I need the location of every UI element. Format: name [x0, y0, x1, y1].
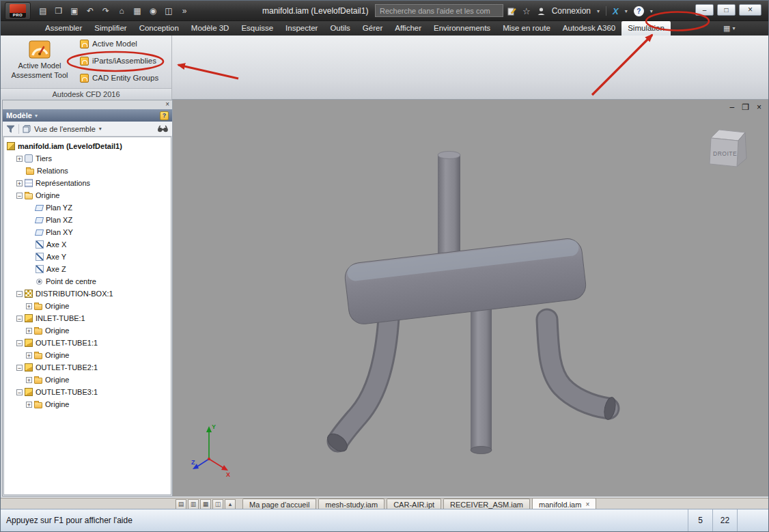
- browser-close-icon[interactable]: ×: [165, 100, 169, 109]
- collapse-icon[interactable]: −: [16, 316, 23, 322]
- close-button[interactable]: ×: [739, 4, 761, 16]
- arrange-tile-icon[interactable]: ▤: [176, 499, 186, 509]
- tree-item-origine[interactable]: +Origine: [4, 300, 171, 312]
- tree-item-origine[interactable]: +Origine: [4, 398, 171, 410]
- collapse-icon[interactable]: −: [16, 365, 23, 371]
- arrange-grid-icon[interactable]: ▦: [200, 499, 211, 509]
- tree-item-relations[interactable]: Relations: [4, 165, 171, 177]
- tree-item-axe-z[interactable]: Axe Z: [4, 263, 171, 275]
- expand-icon[interactable]: +: [16, 180, 23, 186]
- ribbon-display-options[interactable]: ▦ ▾: [723, 21, 735, 36]
- doc-restore-icon[interactable]: ❐: [742, 102, 749, 112]
- cfd-panel-title[interactable]: Autodesk CFD 2016: [1, 88, 171, 100]
- ribbon-button-cad-entity-groups[interactable]: CAD Entity Groups: [80, 72, 170, 83]
- tree-item-plan-yz[interactable]: Plan YZ: [4, 201, 171, 214]
- view-cube[interactable]: DROITE: [710, 130, 746, 167]
- inventor-app-button[interactable]: PRO: [5, 2, 31, 20]
- search-binoculars-icon[interactable]: [157, 125, 169, 132]
- new-file-icon[interactable]: ▤: [36, 1, 50, 21]
- 3d-viewport[interactable]: – ❐ ×: [173, 100, 768, 496]
- 3d-model-canvas[interactable]: DROITE Y X Z: [173, 100, 768, 496]
- tree-item-outlet-tube2-1[interactable]: −OUTLET-TUBE2:1: [4, 361, 171, 374]
- ribbon-button-iparts-iassemblies[interactable]: iParts/iAssemblies: [80, 55, 170, 66]
- view-selector-caret-icon[interactable]: ▾: [99, 126, 102, 132]
- qat-overflow-icon[interactable]: »: [178, 1, 191, 21]
- active-model-assessment-tool-button[interactable]: Active Model Assessment Tool: [3, 38, 76, 87]
- ribbon-tab-mod-le-3d[interactable]: Modèle 3D: [185, 21, 236, 36]
- arrange-columns-icon[interactable]: ▥: [188, 499, 199, 509]
- expand-icon[interactable]: +: [26, 352, 32, 359]
- outlet-tube-center[interactable]: [471, 305, 492, 451]
- ribbon-tab-assembler[interactable]: Assembler: [39, 21, 88, 36]
- appearance-icon[interactable]: ◫: [162, 1, 176, 21]
- tree-item-manifold-iam-levelofdetail1[interactable]: manifold.iam (LevelofDetail1): [4, 140, 171, 152]
- ribbon-tab-mise-en-route[interactable]: Mise en route: [497, 21, 557, 36]
- minimize-button[interactable]: –: [695, 4, 714, 16]
- redo-icon[interactable]: ↷: [99, 1, 113, 21]
- tree-item-distribution-box-1[interactable]: −DISTRIBUTION-BOX:1: [4, 288, 171, 300]
- view-icon[interactable]: ▦: [130, 1, 144, 21]
- tree-item-origine[interactable]: +Origine: [4, 324, 171, 337]
- manifold-model[interactable]: [324, 152, 617, 456]
- expand-icon[interactable]: +: [26, 377, 32, 383]
- material-icon[interactable]: ◉: [146, 1, 160, 21]
- collapse-tabs-icon[interactable]: ▴: [225, 499, 236, 509]
- save-icon[interactable]: ▣: [68, 1, 81, 21]
- ribbon-tab-outils[interactable]: Outils: [324, 21, 356, 36]
- tree-item-origine[interactable]: −Origine: [4, 189, 171, 201]
- ribbon-tab-g-rer[interactable]: Gérer: [356, 21, 389, 36]
- help-caret-icon[interactable]: ▾: [650, 8, 653, 14]
- favorites-star-icon[interactable]: ☆: [522, 6, 531, 16]
- doc-close-icon[interactable]: ×: [757, 102, 761, 112]
- autodesk-exchange-icon[interactable]: X: [613, 6, 619, 16]
- collapse-icon[interactable]: −: [16, 193, 23, 199]
- tree-item-origine[interactable]: +Origine: [4, 374, 171, 386]
- tree-item-plan-xy[interactable]: Plan XY: [4, 226, 171, 238]
- expand-icon[interactable]: +: [26, 303, 32, 309]
- tree-item-outlet-tube3-1[interactable]: −OUTLET-TUBE3:1: [4, 386, 171, 398]
- ribbon-tab-afficher[interactable]: Afficher: [389, 21, 428, 36]
- browser-title-caret-icon[interactable]: ▾: [35, 113, 38, 119]
- ribbon-tab-conception[interactable]: Conception: [133, 21, 185, 36]
- browser-help-icon[interactable]: ?: [160, 111, 169, 120]
- exchange-caret-icon[interactable]: ▾: [625, 8, 628, 14]
- browser-title[interactable]: Modèle: [6, 111, 32, 120]
- ribbon-tab-esquisse[interactable]: Esquisse: [235, 21, 279, 36]
- ribbon-tab-simplifier[interactable]: Simplifier: [88, 21, 132, 36]
- expand-icon[interactable]: +: [26, 328, 32, 334]
- tree-item-origine[interactable]: +Origine: [4, 349, 171, 361]
- doc-minimize-icon[interactable]: –: [730, 102, 735, 112]
- collapse-icon[interactable]: −: [16, 291, 23, 297]
- filter-icon[interactable]: [6, 125, 15, 133]
- tree-item-axe-x[interactable]: Axe X: [4, 238, 171, 251]
- help-search-input[interactable]: [376, 7, 503, 15]
- expand-icon[interactable]: +: [26, 402, 32, 408]
- open-file-icon[interactable]: ❒: [52, 1, 66, 21]
- help-icon[interactable]: ?: [634, 6, 644, 16]
- display-box-icon[interactable]: ▦: [723, 21, 730, 36]
- collapse-icon[interactable]: −: [16, 389, 23, 395]
- tree-item-tiers[interactable]: +Tiers: [4, 152, 171, 165]
- connexion-button[interactable]: Connexion: [552, 6, 591, 16]
- ribbon-tab-inspecter[interactable]: Inspecter: [279, 21, 324, 36]
- ribbon-tab-simulation[interactable]: Simulation: [621, 21, 671, 36]
- help-search-box[interactable]: [375, 4, 503, 17]
- home-icon[interactable]: ⌂: [115, 1, 128, 21]
- tree-item-repr-sentations[interactable]: +Représentations: [4, 177, 171, 189]
- ribbon-button-active-model[interactable]: Active Model: [80, 38, 170, 49]
- tree-item-outlet-tube1-1[interactable]: −OUTLET-TUBE1:1: [4, 337, 171, 349]
- connexion-caret-icon[interactable]: ▾: [597, 8, 600, 14]
- undo-icon[interactable]: ↶: [83, 1, 97, 21]
- user-icon[interactable]: [537, 7, 546, 16]
- expand-icon[interactable]: +: [16, 156, 23, 162]
- tree-item-inlet-tube-1[interactable]: −INLET-TUBE:1: [4, 312, 171, 324]
- tree-item-axe-y[interactable]: Axe Y: [4, 251, 171, 263]
- ribbon-tab-autodesk-a360[interactable]: Autodesk A360: [557, 21, 621, 36]
- tree-item-point-de-centre[interactable]: Point de centre: [4, 275, 171, 288]
- display-caret-icon[interactable]: ▾: [732, 25, 735, 31]
- view-selector[interactable]: Vue de l'ensemble: [34, 125, 96, 133]
- tree-item-plan-xz[interactable]: Plan XZ: [4, 214, 171, 226]
- ribbon-tab-environnements[interactable]: Environnements: [428, 21, 497, 36]
- maximize-button[interactable]: □: [717, 4, 736, 16]
- arrange-split-icon[interactable]: ◫: [212, 499, 223, 509]
